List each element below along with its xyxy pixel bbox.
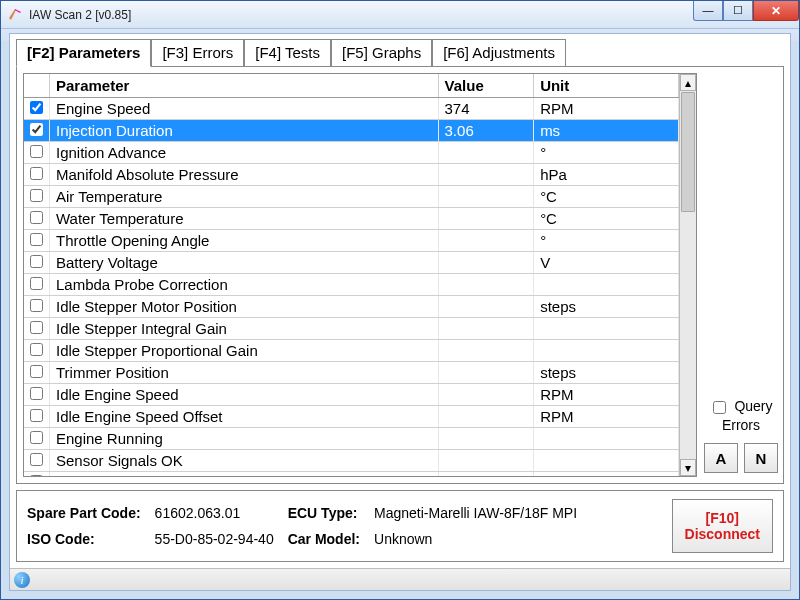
row-checkbox[interactable] [30, 365, 43, 378]
info-icon[interactable]: i [14, 572, 30, 588]
row-unit: °C [534, 208, 679, 230]
col-unit[interactable]: Unit [534, 74, 679, 98]
row-unit [534, 428, 679, 450]
scroll-up-button[interactable]: ▴ [680, 74, 696, 91]
tab-tests[interactable]: [F4] Tests [244, 39, 331, 66]
table-row[interactable]: Manifold Absolute PressurehPa [24, 164, 679, 186]
row-checkbox-cell[interactable] [24, 142, 50, 164]
row-parameter: Water Temperature [50, 208, 439, 230]
row-checkbox-cell[interactable] [24, 186, 50, 208]
table-row[interactable]: Battery VoltageV [24, 252, 679, 274]
col-parameter[interactable]: Parameter [50, 74, 439, 98]
tab-adjustments[interactable]: [F6] Adjustments [432, 39, 566, 66]
row-checkbox-cell[interactable] [24, 230, 50, 252]
row-checkbox[interactable] [30, 343, 43, 356]
vertical-scrollbar[interactable]: ▴ ▾ [679, 74, 696, 476]
row-unit: ms [534, 120, 679, 142]
table-row[interactable]: Injection Duration3.06ms [24, 120, 679, 142]
row-checkbox[interactable] [30, 233, 43, 246]
row-checkbox[interactable] [30, 277, 43, 290]
col-value[interactable]: Value [438, 74, 534, 98]
tab-errors[interactable]: [F3] Errors [151, 39, 244, 66]
row-unit [534, 340, 679, 362]
table-row[interactable]: Idle Stepper Motor Positionsteps [24, 296, 679, 318]
row-checkbox[interactable] [30, 409, 43, 422]
table-row[interactable]: Water Temperature°C [24, 208, 679, 230]
row-parameter: Idle Stepper Integral Gain [50, 318, 439, 340]
row-value [438, 186, 534, 208]
minimize-button[interactable]: — [693, 1, 723, 21]
query-errors-input[interactable] [713, 401, 726, 414]
car-model-label: Car Model: [288, 531, 360, 547]
row-checkbox[interactable] [30, 101, 43, 114]
row-parameter: Throttle at Min/Max [50, 472, 439, 477]
side-panel: Query Errors A N [697, 73, 777, 477]
table-row[interactable]: Throttle at Min/Max [24, 472, 679, 477]
row-checkbox[interactable] [30, 299, 43, 312]
row-checkbox[interactable] [30, 321, 43, 334]
row-checkbox[interactable] [30, 387, 43, 400]
scroll-down-button[interactable]: ▾ [680, 459, 696, 476]
table-row[interactable]: Engine Speed374RPM [24, 98, 679, 120]
table-row[interactable]: Engine Running [24, 428, 679, 450]
car-model-value: Unknown [374, 531, 577, 547]
row-checkbox-cell[interactable] [24, 362, 50, 384]
row-checkbox-cell[interactable] [24, 428, 50, 450]
titlebar[interactable]: IAW Scan 2 [v0.85] — ☐ ✕ [1, 1, 799, 29]
row-checkbox[interactable] [30, 167, 43, 180]
table-row[interactable]: Lambda Probe Correction [24, 274, 679, 296]
row-checkbox-cell[interactable] [24, 208, 50, 230]
button-a[interactable]: A [704, 443, 738, 473]
scroll-thumb[interactable] [681, 92, 695, 212]
row-checkbox[interactable] [30, 255, 43, 268]
tab-graphs[interactable]: [F5] Graphs [331, 39, 432, 66]
table-row[interactable]: Throttle Opening Angle° [24, 230, 679, 252]
row-checkbox-cell[interactable] [24, 318, 50, 340]
table-row[interactable]: Trimmer Positionsteps [24, 362, 679, 384]
table-row[interactable]: Idle Stepper Proportional Gain [24, 340, 679, 362]
table-row[interactable]: Idle Engine Speed OffsetRPM [24, 406, 679, 428]
row-checkbox-cell[interactable] [24, 120, 50, 142]
parameters-panel: Parameter Value Unit Engine Speed374RPMI… [16, 66, 784, 484]
parameters-table-wrap: Parameter Value Unit Engine Speed374RPMI… [23, 73, 697, 477]
row-value [438, 142, 534, 164]
col-check[interactable] [24, 74, 50, 98]
table-row[interactable]: Ignition Advance° [24, 142, 679, 164]
button-n[interactable]: N [744, 443, 778, 473]
row-checkbox[interactable] [30, 189, 43, 202]
status-bar: i [10, 568, 790, 590]
row-parameter: Trimmer Position [50, 362, 439, 384]
row-value [438, 384, 534, 406]
row-checkbox-cell[interactable] [24, 406, 50, 428]
client-area: [F2] Parameters [F3] Errors [F4] Tests [… [9, 33, 791, 591]
row-checkbox[interactable] [30, 145, 43, 158]
row-checkbox-cell[interactable] [24, 296, 50, 318]
query-errors-checkbox[interactable]: Query Errors [709, 398, 772, 433]
table-row[interactable]: Idle Stepper Integral Gain [24, 318, 679, 340]
row-value [438, 208, 534, 230]
row-checkbox[interactable] [30, 123, 43, 136]
table-row[interactable]: Idle Engine SpeedRPM [24, 384, 679, 406]
row-checkbox-cell[interactable] [24, 98, 50, 120]
row-checkbox[interactable] [30, 475, 43, 476]
table-row[interactable]: Sensor Signals OK [24, 450, 679, 472]
disconnect-button[interactable]: [F10] Disconnect [672, 499, 773, 553]
row-value [438, 274, 534, 296]
table-row[interactable]: Air Temperature°C [24, 186, 679, 208]
row-checkbox-cell[interactable] [24, 340, 50, 362]
ecu-type-value: Magneti-Marelli IAW-8F/18F MPI [374, 505, 577, 521]
row-checkbox[interactable] [30, 211, 43, 224]
row-checkbox[interactable] [30, 453, 43, 466]
row-parameter: Air Temperature [50, 186, 439, 208]
row-checkbox-cell[interactable] [24, 384, 50, 406]
row-checkbox[interactable] [30, 431, 43, 444]
row-value [438, 428, 534, 450]
maximize-button[interactable]: ☐ [723, 1, 753, 21]
tab-parameters[interactable]: [F2] Parameters [16, 39, 151, 67]
row-checkbox-cell[interactable] [24, 164, 50, 186]
row-checkbox-cell[interactable] [24, 274, 50, 296]
spare-part-value: 61602.063.01 [155, 505, 274, 521]
close-button[interactable]: ✕ [753, 1, 799, 21]
row-checkbox-cell[interactable] [24, 450, 50, 472]
row-checkbox-cell[interactable] [24, 252, 50, 274]
